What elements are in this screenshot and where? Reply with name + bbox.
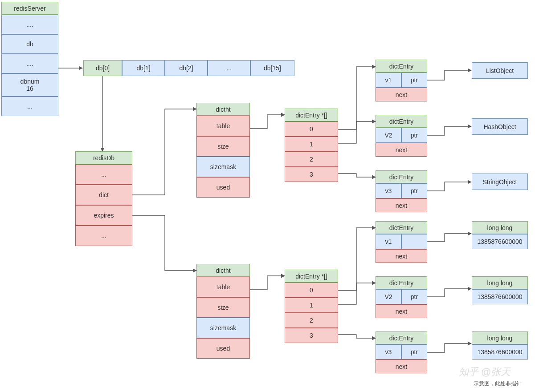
longlong-1-title: long long [472,221,528,234]
dictht2-size: size [196,297,250,318]
redisserver-row-dbnum: dbnum 16 [1,73,58,97]
entryarr1-0: 0 [285,121,338,137]
entry-a-next: next [376,88,427,101]
entry-b-title: dictEntry [376,115,427,128]
entry-f-next: next [376,360,427,373]
entryarr1-title: dictEntry *[] [285,109,338,121]
db-0: db[0] [83,60,122,76]
redisserver-row-4: ... [1,97,58,116]
dictht1-used: used [196,177,250,198]
db-2: db[2] [165,60,208,76]
dictht1-size: size [196,136,250,157]
redisserver-title: redisServer [1,2,58,15]
entry-f-title: dictEntry [376,331,427,344]
entry-e-key: V2 [376,289,401,304]
entry-e-next: next [376,304,427,318]
dictht2-title: dictht [196,264,250,277]
redisdb-row-3: ... [75,226,132,246]
db-1: db[1] [122,60,165,76]
entryarr2-2: 2 [285,313,338,328]
dictht1-sizemask: sizemask [196,157,250,177]
watermark: 知乎 @张天 [459,365,510,379]
entryarr2-0: 0 [285,283,338,298]
list-object: ListObject [472,62,528,79]
entry-b-ptr: ptr [401,128,427,143]
redisdb-row-dict: dict [75,185,132,205]
entry-d-key: v1 [376,234,401,249]
entry-a-key: v1 [376,73,401,88]
entry-d-next: next [376,249,427,263]
entryarr1-2: 2 [285,152,338,167]
entry-a-title: dictEntry [376,60,427,73]
entry-c-next: next [376,198,427,212]
longlong-3-value: 1385876600000 [472,344,528,360]
entryarr2-1: 1 [285,298,338,313]
entry-b-next: next [376,143,427,157]
dictht2-table: table [196,277,250,297]
footer-note: 示意图，此处非指针 [474,380,522,388]
entry-a-ptr: ptr [401,73,427,88]
entry-f-ptr: ptr [401,344,427,360]
redisdb-row-0: ... [75,164,132,185]
db-ellipsis: ... [208,60,250,76]
dictht2-sizemask: sizemask [196,318,250,338]
longlong-2-value: 1385876600000 [472,289,528,304]
entry-d-ptr [401,234,427,249]
redisserver-row-2: .... [1,54,58,73]
entryarr1-1: 1 [285,137,338,152]
entryarr2-title: dictEntry *[] [285,270,338,283]
entryarr1-3: 3 [285,167,338,182]
entryarr2-3: 3 [285,328,338,343]
entry-e-title: dictEntry [376,276,427,289]
dictht1-title: dictht [196,103,250,116]
entry-f-key: v3 [376,344,401,360]
entry-c-ptr: ptr [401,183,427,198]
longlong-1-value: 1385876600000 [472,234,528,249]
redisserver-row-0: .... [1,15,58,34]
string-object: StringObject [472,174,528,190]
redisdb-row-expires: expires [75,205,132,226]
dictht1-table: table [196,116,250,136]
db-15: db[15] [250,60,294,76]
dictht2-used: used [196,338,250,359]
longlong-2-title: long long [472,276,528,289]
entry-e-ptr: ptr [401,289,427,304]
redisdb-title: redisDb [75,151,132,164]
redisserver-row-db: db [1,34,58,54]
longlong-3-title: long long [472,331,528,344]
entry-d-title: dictEntry [376,221,427,234]
entry-c-key: v3 [376,183,401,198]
entry-c-title: dictEntry [376,170,427,183]
entry-b-key: V2 [376,128,401,143]
hash-object: HashObject [472,118,528,135]
